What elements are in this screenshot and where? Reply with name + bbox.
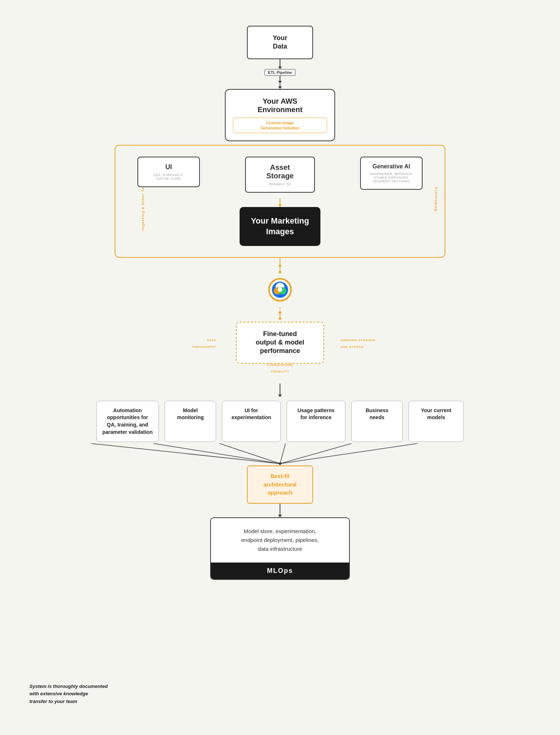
- fine-tuned-title: Fine-tunedoutput & modelperformance: [244, 330, 316, 356]
- svg-line-10: [280, 443, 352, 464]
- bottom-box-usage: Usage patternsfor inference: [287, 401, 345, 442]
- svg-line-11: [280, 443, 418, 464]
- svg-line-9: [280, 443, 286, 464]
- svg-line-7: [153, 443, 280, 464]
- arrow-logo-to-finetuned: [278, 307, 282, 320]
- bottom-box-models: Your currentmodels: [409, 401, 464, 442]
- generative-ai-box: Generative AI SAGEMAKER, BEDROCK,STABLE …: [360, 157, 423, 190]
- aws-inner-label: Custom ImageGeneration Solution: [233, 118, 327, 133]
- asset-storage-box: AssetStorage RUNWAY, S3: [245, 157, 315, 193]
- stakeholder-label: STAKEHOLDERVISIBILITY: [267, 361, 293, 374]
- bottom-box-automation: Automationopportunities forQA, training,…: [96, 401, 159, 442]
- circle-logo: [267, 277, 293, 304]
- svg-point-5: [278, 288, 282, 292]
- asset-title: AssetStorage: [250, 163, 310, 180]
- orange-enclosure: UI LEX, STREAMLIT,NATIVE CODE AssetStora…: [115, 145, 445, 257]
- marketing-title: Your MarketingImages: [248, 216, 312, 237]
- arrow-finetuned-to-bottom: [278, 383, 282, 397]
- ui-box: UI LEX, STREAMLIT,NATIVE CODE: [137, 157, 200, 187]
- mlops-box: Model store, experimentation,endpoint de…: [210, 517, 350, 580]
- bottom-boxes-row: Automationopportunities forQA, training,…: [60, 401, 500, 442]
- your-data-title: Your: [256, 34, 304, 42]
- marketing-box: Your MarketingImages: [240, 207, 320, 246]
- converge-svg: [60, 443, 500, 465]
- marketing-section: Your MarketingImages: [137, 207, 423, 246]
- your-data-title2: Data: [256, 42, 304, 51]
- svg-line-6: [91, 443, 280, 464]
- arrow-cols-to-marketing: [137, 199, 423, 207]
- asset-sub: RUNWAY, S3: [250, 182, 310, 186]
- arrow-etl-to-aws: [278, 76, 282, 89]
- arrow-data-to-etl: [278, 59, 282, 69]
- mlops-label: MLOps: [215, 567, 345, 575]
- ongoing-storage-label: ONGOING STORAGEAND ACCESS: [341, 336, 376, 349]
- gen-ai-sub: SAGEMAKER, BEDROCK,STABLE DIFFUSION,SEGM…: [365, 172, 417, 183]
- aws-title: Your AWS Environment: [233, 97, 327, 114]
- fine-tuned-section: DATATHROUGHPUT ONGOING STORAGEAND ACCESS…: [236, 322, 324, 364]
- best-fit-title: Best-fitarchitecturalapproach: [258, 472, 302, 497]
- ui-title: UI: [143, 163, 195, 171]
- arrow-bestfit-to-mlops: [278, 504, 282, 517]
- usage-text: Usage patternsfor inference: [291, 407, 341, 421]
- diagram-container: Your Data ETL Pipeline Your AWS Environm…: [0, 0, 560, 735]
- aws-box: Your AWS Environment Custom ImageGenerat…: [225, 89, 335, 142]
- bottom-box-business: Businessneeds: [351, 401, 403, 442]
- ui-sub: LEX, STREAMLIT,NATIVE CODE: [143, 173, 195, 181]
- your-data-box: Your Data: [247, 26, 313, 59]
- svg-marker-12: [278, 463, 282, 465]
- note-text: System is thoroughly documentedwith exte…: [29, 683, 108, 706]
- automation-text: Automationopportunities forQA, training,…: [101, 407, 154, 436]
- data-throughput-label: DATATHROUGHPUT: [192, 336, 216, 349]
- ui-exp-text: UI forexperimentation: [227, 407, 276, 421]
- bottom-box-monitoring: Modelmonitoring: [165, 401, 216, 442]
- models-text: Your currentmodels: [413, 407, 459, 421]
- logo-svg: [267, 277, 293, 303]
- gen-ai-title: Generative AI: [365, 163, 417, 170]
- monitoring-text: Modelmonitoring: [169, 407, 211, 421]
- fine-tuned-box: Fine-tunedoutput & modelperformance: [236, 322, 324, 364]
- converging-lines: [60, 443, 500, 465]
- best-fit-box: Best-fitarchitecturalapproach: [247, 465, 313, 504]
- system-note: System is thoroughly documentedwith exte…: [29, 683, 108, 706]
- bottom-box-ui: UI forexperimentation: [222, 401, 281, 442]
- etl-label: ETL Pipeline: [265, 69, 295, 76]
- arrow-marketing-to-logo: [278, 258, 282, 274]
- mlops-top-text: Model store, experimentation,endpoint de…: [220, 527, 340, 553]
- business-text: Businessneeds: [356, 407, 398, 421]
- three-column-row: UI LEX, STREAMLIT,NATIVE CODE AssetStora…: [137, 157, 423, 193]
